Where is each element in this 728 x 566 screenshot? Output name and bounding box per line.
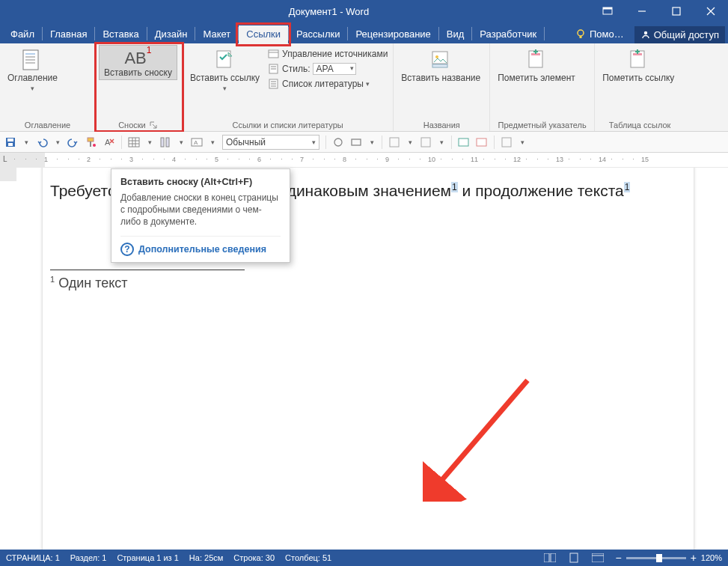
title-bar: Документ1 - Word [0,0,728,22]
save-dropdown[interactable]: ▾ [22,139,30,146]
read-mode-button[interactable] [543,552,557,564]
mark-entry-icon [524,48,548,72]
insert-footnote-button[interactable]: AB1 Вставить сноску [99,45,177,80]
status-section[interactable]: Раздел: 1 [70,553,107,562]
footnotes-dialog-launcher[interactable] [149,121,158,130]
svg-point-57 [93,144,96,147]
svg-rect-74 [502,138,511,147]
svg-rect-71 [421,138,430,147]
textbox-dropdown[interactable]: ▾ [209,139,216,146]
tell-me-icon[interactable] [575,28,587,40]
mark-citation-button[interactable]: Пометить ссылку [598,45,679,85]
insert-citation-icon [213,48,237,72]
bibliography-icon [268,78,280,90]
ruler-tick: 2 [87,156,91,163]
undo-dropdown[interactable]: ▾ [54,139,61,146]
toc-button[interactable]: Оглавление▾ [3,45,62,94]
zoom-out-button[interactable]: − [615,552,621,564]
qat-dd-e[interactable]: ▾ [519,139,526,146]
table-icon[interactable] [128,136,140,148]
table-dropdown[interactable]: ▾ [146,139,153,146]
zoom-slider[interactable] [626,557,686,559]
citation-style-row[interactable]: Стиль: APA▾ [266,62,390,76]
tab-layout[interactable]: Макет [195,25,238,43]
group-toc-label: Оглавление [3,119,92,131]
svg-rect-70 [390,138,399,147]
footnote-ref-1[interactable]: 1 [451,182,458,192]
undo-icon[interactable] [36,136,48,148]
footnote-separator [50,270,245,270]
tab-insert[interactable]: Вставка [95,25,146,43]
style-combo[interactable]: Обычный▾ [222,135,319,150]
columns-dropdown[interactable]: ▾ [177,139,185,146]
minimize-button[interactable] [625,0,659,22]
vertical-ruler[interactable] [0,168,16,550]
tell-me-label[interactable]: Помо… [590,25,631,43]
svg-rect-24 [269,50,278,58]
manage-sources-button[interactable]: Управление источниками [266,47,390,61]
shapes-dropdown[interactable]: ▾ [368,139,376,146]
group-captions-label: Названия [397,119,486,131]
qat-dd-b[interactable]: ▾ [438,139,445,146]
shape-rect-icon[interactable] [350,136,362,148]
ribbon-display-options-button[interactable] [590,0,625,22]
group-citations-label: Ссылки и списки литературы [186,119,390,131]
tab-file[interactable]: Файл [3,25,42,43]
tooltip-title: Вставить сноску (Alt+Ctrl+F) [120,177,281,187]
svg-text:A: A [194,139,198,146]
ribbon-tabs: Файл Главная Вставка Дизайн Макет Ссылки… [0,22,728,43]
horizontal-ruler[interactable]: L 123456789101112131415 [0,153,728,168]
group-toa: Пометить ссылку Таблица ссылок [595,43,685,131]
save-icon[interactable] [4,136,16,148]
qat-icon-e[interactable] [501,136,513,148]
zoom-in-button[interactable]: + [691,552,697,564]
tab-view[interactable]: Вид [439,25,472,43]
redo-icon[interactable] [67,136,79,148]
columns-icon[interactable] [159,136,171,148]
insert-caption-button[interactable]: Вставить название [397,45,485,85]
clear-formatting-icon[interactable]: A [103,136,115,148]
mark-entry-button[interactable]: Пометить элемент [493,45,580,85]
status-column[interactable]: Столбец: 51 [285,553,331,562]
print-layout-button[interactable] [567,552,581,564]
tab-references[interactable]: Ссылки [239,25,288,43]
share-button[interactable]: Общий доступ [634,26,725,43]
tab-home[interactable]: Главная [43,25,94,43]
document-area: Требуется установить сноску с одинаковым… [0,168,728,550]
tooltip-more-link[interactable]: ? Дополнительные сведения [120,236,281,256]
footnote-text[interactable]: 1 Один текст [50,275,671,291]
ruler-tick: 6 [257,156,261,163]
qat-dd-a[interactable]: ▾ [406,139,414,146]
tab-review[interactable]: Рецензирование [348,25,438,43]
ruler-tick: 3 [129,156,133,163]
close-button[interactable] [694,0,728,22]
insert-citation-button[interactable]: Вставить ссылку▾ [186,45,264,94]
qat-icon-b[interactable] [420,136,432,148]
group-toc: Оглавление▾ + Оглавление [0,43,96,131]
tab-design[interactable]: Дизайн [147,25,195,43]
tab-mailings[interactable]: Рассылки [289,25,347,43]
status-page[interactable]: СТРАНИЦА: 1 [6,553,60,562]
group-captions: Вставить название ⇄ Названия [394,43,490,131]
qat-icon-a[interactable] [388,136,400,148]
qat-icon-c[interactable] [458,136,470,148]
status-at[interactable]: На: 25см [189,553,223,562]
tab-developer[interactable]: Разработчик [472,25,544,43]
footnote-ref-2[interactable]: 1 [624,182,631,192]
zoom-value[interactable]: 120% [701,553,722,562]
shape-circle-icon[interactable] [332,136,344,148]
ruler-tick: 1 [44,156,48,163]
status-page-of[interactable]: Страница 1 из 1 [117,553,178,562]
ruler-tick: 15 [641,156,649,163]
ruler-tick: 13 [556,156,563,163]
svg-rect-53 [7,139,13,142]
format-painter-icon[interactable] [85,136,97,148]
status-line[interactable]: Строка: 30 [233,553,275,562]
text-box-icon[interactable]: A [191,136,203,148]
maximize-button[interactable] [659,0,694,22]
qat-icon-d[interactable] [476,136,488,148]
web-layout-button[interactable] [591,552,605,564]
ruler-tick: 4 [172,156,176,163]
bibliography-button[interactable]: Список литературы ▾ [266,77,390,91]
svg-rect-73 [477,139,486,146]
